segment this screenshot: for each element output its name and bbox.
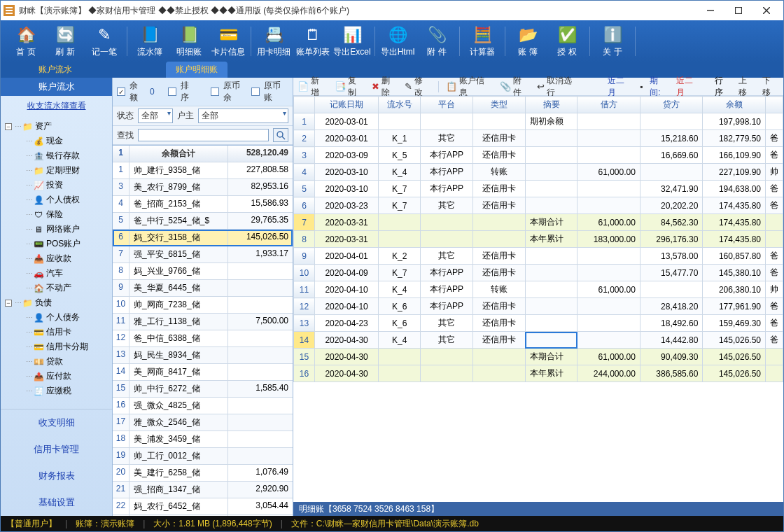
tree-item[interactable]: ⋯📁定期理财 bbox=[5, 163, 112, 178]
tree-item[interactable]: ⋯🛡保险 bbox=[5, 207, 112, 222]
owner-select[interactable]: 全部 bbox=[198, 108, 288, 123]
grid-row[interactable]: 32020-03-09K_5本行APP还信用卡16,669.60166,109.… bbox=[294, 147, 783, 164]
tree-item[interactable]: ⋯💴贷款 bbox=[5, 354, 112, 369]
tree-item[interactable]: ⋯💳信用卡 bbox=[5, 325, 112, 340]
grid-header[interactable]: 摘要 bbox=[525, 97, 578, 113]
grid-row[interactable]: 62020-03-23K_7其它还信用卡20,202.20174,435.80爸 bbox=[294, 197, 783, 214]
toolbar-flow-button[interactable]: 📘流水簿 bbox=[130, 22, 169, 61]
close-button[interactable] bbox=[752, 2, 780, 19]
grid-row[interactable]: 122020-04-10K_6本行APP还信用卡28,418.20177,961… bbox=[294, 298, 783, 315]
toolbar-calc-button[interactable]: 🧮计算器 bbox=[463, 22, 502, 61]
grid-header[interactable]: 类型 bbox=[472, 97, 525, 113]
maximize-button[interactable] bbox=[724, 2, 752, 19]
grid-row[interactable]: 12020-03-01期初余额197,998.10 bbox=[294, 113, 783, 130]
toolbar-refresh-button[interactable]: 🔄刷新 bbox=[46, 22, 85, 61]
grid-row[interactable]: 102020-04-09K_7本行APP还信用卡15,477.70145,380… bbox=[294, 265, 783, 281]
toolbar-about-button[interactable]: ℹ️关于 bbox=[593, 22, 632, 61]
nav-bottom-button[interactable]: 财务报表 bbox=[1, 463, 112, 489]
account-row[interactable]: 10帅_网商_7238_储 bbox=[113, 297, 293, 314]
new-button[interactable]: 📄新增 bbox=[298, 75, 328, 99]
account-row[interactable]: 15帅_中行_6272_储1,585.40 bbox=[113, 381, 293, 398]
grid-header[interactable]: 平台 bbox=[421, 97, 473, 113]
toolbar-html-button[interactable]: 🌐导出Html bbox=[378, 22, 417, 61]
collapse-icon[interactable]: − bbox=[5, 123, 12, 130]
origacc-checkbox[interactable] bbox=[251, 88, 260, 96]
detail-grid[interactable]: 记账日期流水号平台类型摘要借方贷方余额12020-03-01期初余额197,99… bbox=[293, 96, 783, 502]
account-row[interactable]: 21强_招商_1347_储2,920.90 bbox=[113, 482, 293, 498]
balance-checkbox[interactable]: ✓ bbox=[117, 88, 125, 96]
toolbar-attach-button[interactable]: 📎附件 bbox=[417, 22, 456, 61]
cancel-sel-button[interactable]: ↩取消选行 bbox=[537, 75, 580, 99]
nav-bottom-button[interactable]: 信用卡管理 bbox=[1, 436, 112, 463]
search-button[interactable] bbox=[273, 128, 288, 142]
grid-row[interactable]: 42020-03-10K_4本行APP转账61,000.00227,109.90… bbox=[294, 164, 783, 181]
toolbar-ledger-button[interactable]: 📂账簿 bbox=[508, 22, 547, 61]
account-row[interactable]: 6妈_交行_3158_储145,026.50 bbox=[113, 230, 293, 246]
grid-row[interactable]: 72020-03-31本期合计61,000.0084,562.30174,435… bbox=[294, 214, 783, 231]
account-row[interactable]: 18美_浦发_3459_储 bbox=[113, 431, 293, 448]
accounts-header-num[interactable]: 1 bbox=[113, 146, 130, 162]
tree-item[interactable]: ⋯💳信用卡分期 bbox=[5, 340, 112, 354]
account-row[interactable]: 16强_微众_4825_储 bbox=[113, 398, 293, 414]
tree-item[interactable]: ⋯🏠不动产 bbox=[5, 281, 112, 295]
account-row[interactable]: 9美_华夏_6445_储 bbox=[113, 280, 293, 297]
tree-group[interactable]: −⋯📁负债 bbox=[5, 295, 112, 310]
account-row[interactable]: 7强_平安_6815_储1,933.17 bbox=[113, 246, 293, 263]
tree-item[interactable]: ⋯🚗汽车 bbox=[5, 266, 112, 281]
account-row[interactable]: 13妈_民生_8934_储 bbox=[113, 347, 293, 364]
tree-item[interactable]: ⋯🏦银行存款 bbox=[5, 148, 112, 163]
nav-flow-link[interactable]: 收支流水簿查看 bbox=[1, 96, 112, 116]
account-row[interactable]: 22妈_农行_6452_储3,054.44 bbox=[113, 498, 293, 515]
account-row[interactable]: 4爸_招商_2153_储15,586.93 bbox=[113, 196, 293, 213]
nav-bottom-button[interactable]: 收支明细 bbox=[1, 410, 112, 436]
moveup-button[interactable]: 上移 bbox=[738, 75, 755, 99]
account-row[interactable]: 1帅_建行_9358_储227,808.58 bbox=[113, 162, 293, 179]
account-row[interactable]: 3美_农行_8799_储82,953.16 bbox=[113, 179, 293, 196]
grid-header[interactable]: 借方 bbox=[578, 97, 640, 113]
tree-item[interactable]: ⋯📥应收款 bbox=[5, 251, 112, 266]
acctinfo-button[interactable]: 📋账户信息 bbox=[446, 75, 493, 99]
tree-item[interactable]: ⋯📤应付款 bbox=[5, 369, 112, 384]
account-row[interactable]: 20美_建行_6258_储1,076.49 bbox=[113, 465, 293, 482]
account-row[interactable]: 5爸_中行_5254_储_$29,765.35 bbox=[113, 213, 293, 230]
movedown-button[interactable]: 下移 bbox=[762, 75, 779, 99]
toolbar-excel-button[interactable]: 📊导出Excel bbox=[332, 22, 372, 61]
tree-item[interactable]: ⋯📈投资 bbox=[5, 178, 112, 192]
account-row[interactable]: 19帅_工行_0012_储 bbox=[113, 448, 293, 465]
nav-bottom-button[interactable]: 基础设置 bbox=[1, 489, 112, 516]
grid-header[interactable]: 余额 bbox=[703, 97, 766, 113]
sectab-flow[interactable]: 账户流水 bbox=[29, 62, 82, 78]
attach-button[interactable]: 📎附件 bbox=[500, 75, 530, 99]
tree-item[interactable]: ⋯🖥网络账户 bbox=[5, 222, 112, 237]
tree-group[interactable]: −⋯📁资产 bbox=[5, 119, 112, 134]
grid-header[interactable]: 记账日期 bbox=[315, 97, 379, 113]
grid-row[interactable]: 152020-04-30本期合计61,000.0090,409.30145,02… bbox=[294, 349, 783, 365]
account-row[interactable]: 11雅_工行_1138_储7,500.00 bbox=[113, 314, 293, 330]
sectab-detail[interactable]: 账户明细账 bbox=[166, 62, 227, 78]
toolbar-cardinfo-button[interactable]: 💳卡片信息 bbox=[209, 22, 248, 61]
grid-header[interactable]: 贷方 bbox=[640, 97, 703, 113]
toolbar-home-button[interactable]: 🏠首页 bbox=[6, 22, 46, 61]
account-row[interactable]: 14美_网商_8417_储 bbox=[113, 364, 293, 381]
toolbar-auth-button[interactable]: ✅授权 bbox=[547, 22, 587, 61]
grid-row[interactable]: 142020-04-30K_4其它还信用卡14,442.80145,026.50… bbox=[294, 332, 783, 349]
tree-item[interactable]: ⋯📟POS账户 bbox=[5, 237, 112, 251]
grid-row[interactable]: 112020-04-10K_4本行APP转账61,000.00206,380.1… bbox=[294, 281, 783, 298]
account-row[interactable]: 8妈_兴业_9766_储 bbox=[113, 263, 293, 280]
grid-row[interactable]: 82020-03-31本年累计183,000.00296,176.30174,4… bbox=[294, 231, 783, 248]
delete-button[interactable]: ✖删除 bbox=[372, 75, 398, 99]
grid-row[interactable]: 52020-03-10K_7本行APP还信用卡32,471.90194,638.… bbox=[294, 181, 783, 197]
accounts-header-bal[interactable]: 528,120.49 bbox=[228, 146, 293, 162]
tree-item[interactable]: ⋯👤个人债权 bbox=[5, 192, 112, 207]
toolbar-write-button[interactable]: ✎记一笔 bbox=[85, 22, 124, 61]
tree-item[interactable]: ⋯🧾应缴税 bbox=[5, 384, 112, 398]
range-button[interactable]: 近二月 bbox=[608, 75, 633, 99]
copy-button[interactable]: 📑复制 bbox=[335, 75, 365, 99]
account-row[interactable]: 17雅_微众_2546_储 bbox=[113, 414, 293, 431]
grid-row[interactable]: 22020-03-01K_1其它还信用卡15,218.60182,779.50爸 bbox=[294, 130, 783, 147]
minimize-button[interactable] bbox=[696, 2, 724, 19]
edit-button[interactable]: ✎修改 bbox=[405, 75, 431, 99]
tree-item[interactable]: ⋯👤个人债务 bbox=[5, 310, 112, 325]
grid-row[interactable]: 92020-04-01K_2其它还信用卡13,578.00160,857.80爸 bbox=[294, 248, 783, 265]
collapse-icon[interactable]: − bbox=[5, 300, 12, 307]
